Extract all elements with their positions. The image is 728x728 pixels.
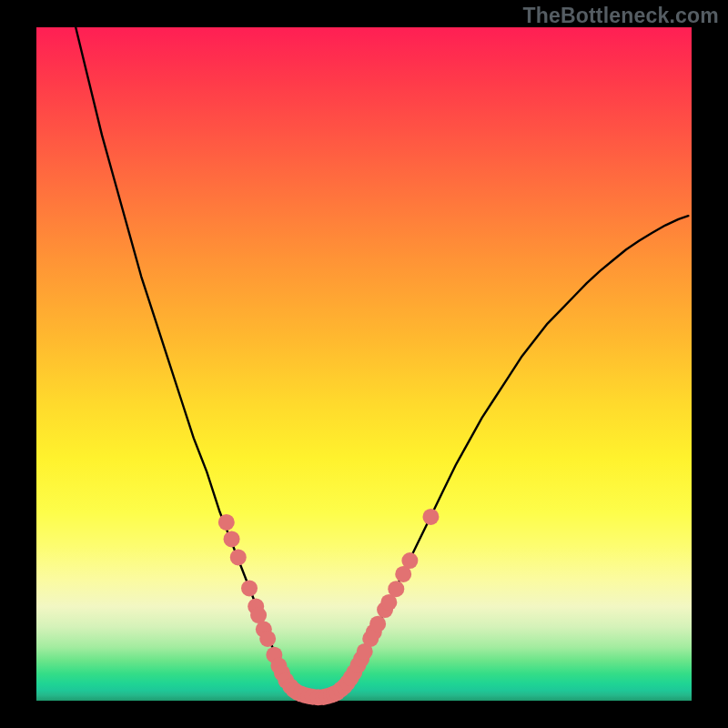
marker-point — [259, 631, 276, 647]
series-curve-left — [76, 27, 318, 697]
curve — [76, 27, 688, 697]
marker-point — [250, 607, 267, 623]
marker-point — [241, 580, 258, 596]
marker-point — [422, 509, 439, 525]
marker-point — [369, 616, 386, 632]
chart-stage: TheBottleneck.com — [0, 0, 728, 728]
marker-point — [230, 549, 247, 565]
watermark-text: TheBottleneck.com — [522, 4, 719, 28]
marker-point — [218, 514, 235, 531]
marker-point — [224, 531, 240, 547]
chart-overlay — [36, 27, 692, 701]
marker-point — [401, 552, 418, 569]
data-markers — [218, 509, 440, 705]
marker-point — [388, 581, 404, 597]
